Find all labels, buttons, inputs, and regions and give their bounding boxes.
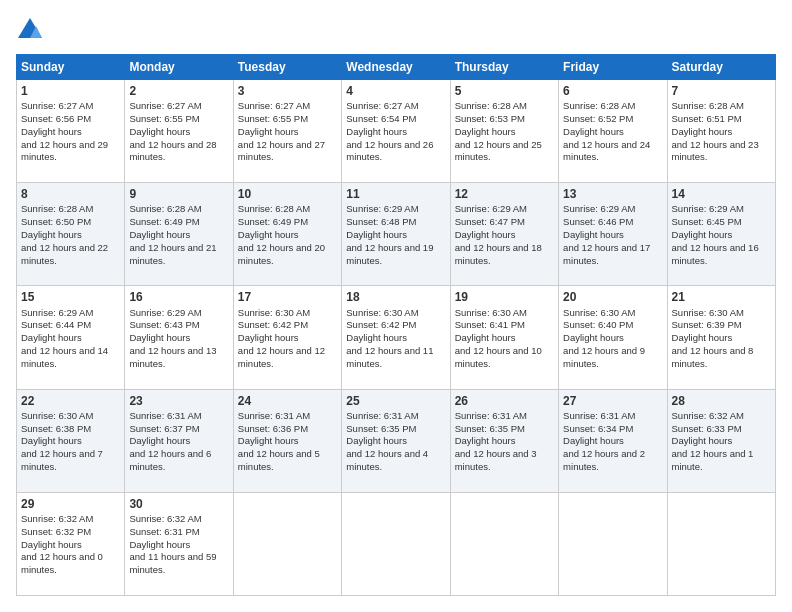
- day-number: 28: [672, 393, 771, 409]
- day-info: Sunrise: 6:28 AMSunset: 6:53 PMDaylight …: [455, 100, 542, 162]
- calendar-week-row: 1Sunrise: 6:27 AMSunset: 6:56 PMDaylight…: [17, 80, 776, 183]
- calendar-cell: 3Sunrise: 6:27 AMSunset: 6:55 PMDaylight…: [233, 80, 341, 183]
- calendar-week-row: 29Sunrise: 6:32 AMSunset: 6:32 PMDayligh…: [17, 492, 776, 595]
- day-info: Sunrise: 6:29 AMSunset: 6:48 PMDaylight …: [346, 203, 433, 265]
- day-number: 11: [346, 186, 445, 202]
- page: SundayMondayTuesdayWednesdayThursdayFrid…: [0, 0, 792, 612]
- day-number: 23: [129, 393, 228, 409]
- calendar-cell: 5Sunrise: 6:28 AMSunset: 6:53 PMDaylight…: [450, 80, 558, 183]
- day-info: Sunrise: 6:28 AMSunset: 6:52 PMDaylight …: [563, 100, 650, 162]
- calendar-cell: 28Sunrise: 6:32 AMSunset: 6:33 PMDayligh…: [667, 389, 775, 492]
- calendar-cell: 10Sunrise: 6:28 AMSunset: 6:49 PMDayligh…: [233, 183, 341, 286]
- day-info: Sunrise: 6:28 AMSunset: 6:51 PMDaylight …: [672, 100, 759, 162]
- day-number: 5: [455, 83, 554, 99]
- header: [16, 16, 776, 44]
- day-info: Sunrise: 6:27 AMSunset: 6:55 PMDaylight …: [129, 100, 216, 162]
- calendar-cell: 29Sunrise: 6:32 AMSunset: 6:32 PMDayligh…: [17, 492, 125, 595]
- day-number: 27: [563, 393, 662, 409]
- calendar-cell: 30Sunrise: 6:32 AMSunset: 6:31 PMDayligh…: [125, 492, 233, 595]
- day-number: 24: [238, 393, 337, 409]
- calendar-cell: [559, 492, 667, 595]
- day-info: Sunrise: 6:28 AMSunset: 6:50 PMDaylight …: [21, 203, 108, 265]
- day-info: Sunrise: 6:31 AMSunset: 6:35 PMDaylight …: [346, 410, 428, 472]
- calendar-cell: 27Sunrise: 6:31 AMSunset: 6:34 PMDayligh…: [559, 389, 667, 492]
- calendar-cell: 15Sunrise: 6:29 AMSunset: 6:44 PMDayligh…: [17, 286, 125, 389]
- calendar-cell: 14Sunrise: 6:29 AMSunset: 6:45 PMDayligh…: [667, 183, 775, 286]
- day-info: Sunrise: 6:32 AMSunset: 6:33 PMDaylight …: [672, 410, 754, 472]
- day-info: Sunrise: 6:32 AMSunset: 6:32 PMDaylight …: [21, 513, 103, 575]
- day-number: 9: [129, 186, 228, 202]
- day-number: 17: [238, 289, 337, 305]
- calendar-week-row: 15Sunrise: 6:29 AMSunset: 6:44 PMDayligh…: [17, 286, 776, 389]
- calendar-cell: 7Sunrise: 6:28 AMSunset: 6:51 PMDaylight…: [667, 80, 775, 183]
- calendar-cell: 18Sunrise: 6:30 AMSunset: 6:42 PMDayligh…: [342, 286, 450, 389]
- day-number: 25: [346, 393, 445, 409]
- day-info: Sunrise: 6:29 AMSunset: 6:45 PMDaylight …: [672, 203, 759, 265]
- day-number: 20: [563, 289, 662, 305]
- day-info: Sunrise: 6:30 AMSunset: 6:40 PMDaylight …: [563, 307, 645, 369]
- calendar-col-header: Friday: [559, 55, 667, 80]
- day-number: 2: [129, 83, 228, 99]
- calendar-table: SundayMondayTuesdayWednesdayThursdayFrid…: [16, 54, 776, 596]
- day-number: 30: [129, 496, 228, 512]
- calendar-cell: 6Sunrise: 6:28 AMSunset: 6:52 PMDaylight…: [559, 80, 667, 183]
- calendar-cell: 16Sunrise: 6:29 AMSunset: 6:43 PMDayligh…: [125, 286, 233, 389]
- calendar-cell: [667, 492, 775, 595]
- day-number: 3: [238, 83, 337, 99]
- day-info: Sunrise: 6:27 AMSunset: 6:54 PMDaylight …: [346, 100, 433, 162]
- day-info: Sunrise: 6:31 AMSunset: 6:36 PMDaylight …: [238, 410, 320, 472]
- calendar-cell: 22Sunrise: 6:30 AMSunset: 6:38 PMDayligh…: [17, 389, 125, 492]
- day-number: 26: [455, 393, 554, 409]
- day-info: Sunrise: 6:31 AMSunset: 6:34 PMDaylight …: [563, 410, 645, 472]
- calendar-cell: 26Sunrise: 6:31 AMSunset: 6:35 PMDayligh…: [450, 389, 558, 492]
- calendar-col-header: Tuesday: [233, 55, 341, 80]
- calendar-col-header: Thursday: [450, 55, 558, 80]
- calendar-cell: 21Sunrise: 6:30 AMSunset: 6:39 PMDayligh…: [667, 286, 775, 389]
- day-info: Sunrise: 6:30 AMSunset: 6:42 PMDaylight …: [238, 307, 325, 369]
- day-info: Sunrise: 6:29 AMSunset: 6:46 PMDaylight …: [563, 203, 650, 265]
- calendar-cell: 17Sunrise: 6:30 AMSunset: 6:42 PMDayligh…: [233, 286, 341, 389]
- day-info: Sunrise: 6:28 AMSunset: 6:49 PMDaylight …: [129, 203, 216, 265]
- day-info: Sunrise: 6:27 AMSunset: 6:56 PMDaylight …: [21, 100, 108, 162]
- day-number: 19: [455, 289, 554, 305]
- calendar-col-header: Wednesday: [342, 55, 450, 80]
- day-number: 18: [346, 289, 445, 305]
- day-number: 7: [672, 83, 771, 99]
- day-info: Sunrise: 6:31 AMSunset: 6:37 PMDaylight …: [129, 410, 211, 472]
- day-info: Sunrise: 6:32 AMSunset: 6:31 PMDaylight …: [129, 513, 216, 575]
- day-number: 14: [672, 186, 771, 202]
- day-info: Sunrise: 6:30 AMSunset: 6:41 PMDaylight …: [455, 307, 542, 369]
- calendar-cell: 2Sunrise: 6:27 AMSunset: 6:55 PMDaylight…: [125, 80, 233, 183]
- calendar-cell: 11Sunrise: 6:29 AMSunset: 6:48 PMDayligh…: [342, 183, 450, 286]
- calendar-cell: [342, 492, 450, 595]
- calendar-week-row: 8Sunrise: 6:28 AMSunset: 6:50 PMDaylight…: [17, 183, 776, 286]
- calendar-cell: [450, 492, 558, 595]
- calendar-cell: 1Sunrise: 6:27 AMSunset: 6:56 PMDaylight…: [17, 80, 125, 183]
- calendar-cell: 24Sunrise: 6:31 AMSunset: 6:36 PMDayligh…: [233, 389, 341, 492]
- calendar-week-row: 22Sunrise: 6:30 AMSunset: 6:38 PMDayligh…: [17, 389, 776, 492]
- day-number: 12: [455, 186, 554, 202]
- calendar-cell: 9Sunrise: 6:28 AMSunset: 6:49 PMDaylight…: [125, 183, 233, 286]
- day-number: 10: [238, 186, 337, 202]
- calendar-cell: 25Sunrise: 6:31 AMSunset: 6:35 PMDayligh…: [342, 389, 450, 492]
- logo-icon: [16, 16, 44, 44]
- day-info: Sunrise: 6:30 AMSunset: 6:38 PMDaylight …: [21, 410, 103, 472]
- calendar-cell: 12Sunrise: 6:29 AMSunset: 6:47 PMDayligh…: [450, 183, 558, 286]
- day-number: 21: [672, 289, 771, 305]
- calendar-col-header: Sunday: [17, 55, 125, 80]
- day-number: 4: [346, 83, 445, 99]
- day-info: Sunrise: 6:29 AMSunset: 6:44 PMDaylight …: [21, 307, 108, 369]
- day-number: 6: [563, 83, 662, 99]
- day-info: Sunrise: 6:29 AMSunset: 6:43 PMDaylight …: [129, 307, 216, 369]
- day-info: Sunrise: 6:30 AMSunset: 6:39 PMDaylight …: [672, 307, 754, 369]
- calendar-cell: 4Sunrise: 6:27 AMSunset: 6:54 PMDaylight…: [342, 80, 450, 183]
- calendar-cell: 19Sunrise: 6:30 AMSunset: 6:41 PMDayligh…: [450, 286, 558, 389]
- calendar-col-header: Saturday: [667, 55, 775, 80]
- day-info: Sunrise: 6:31 AMSunset: 6:35 PMDaylight …: [455, 410, 537, 472]
- day-number: 22: [21, 393, 120, 409]
- day-info: Sunrise: 6:28 AMSunset: 6:49 PMDaylight …: [238, 203, 325, 265]
- day-info: Sunrise: 6:29 AMSunset: 6:47 PMDaylight …: [455, 203, 542, 265]
- calendar-cell: 20Sunrise: 6:30 AMSunset: 6:40 PMDayligh…: [559, 286, 667, 389]
- calendar-cell: 13Sunrise: 6:29 AMSunset: 6:46 PMDayligh…: [559, 183, 667, 286]
- day-number: 1: [21, 83, 120, 99]
